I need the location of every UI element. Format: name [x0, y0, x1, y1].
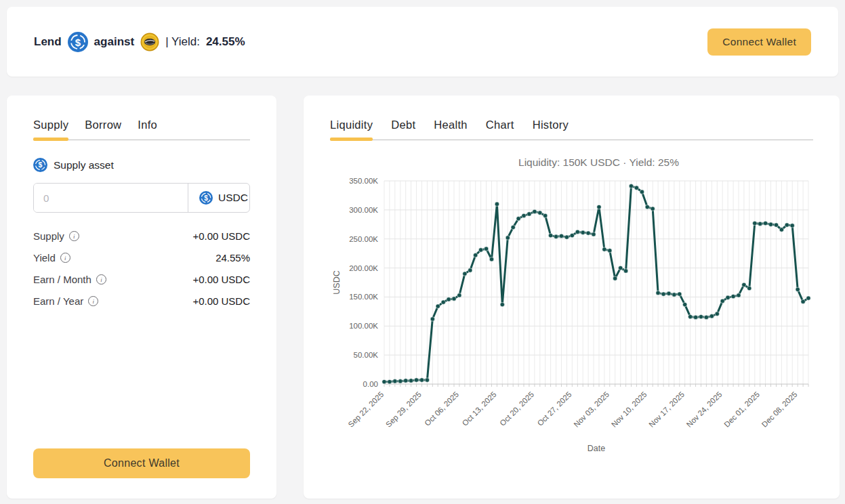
svg-text:Oct 27, 2025: Oct 27, 2025: [536, 390, 573, 427]
svg-text:Nov 17, 2025: Nov 17, 2025: [647, 390, 686, 429]
stat-value: 24.55%: [215, 252, 250, 264]
svg-text:Date: Date: [588, 444, 605, 453]
svg-text:Nov 10, 2025: Nov 10, 2025: [610, 390, 648, 429]
stat-value: +0.00 USDC: [192, 230, 250, 242]
svg-text:$: $: [204, 194, 208, 202]
header-bar: Lend $ against | Yield:: [7, 7, 838, 77]
tab-liquidity[interactable]: Liquidity: [330, 119, 373, 140]
tab-history[interactable]: History: [533, 119, 569, 140]
svg-text:$: $: [39, 161, 43, 169]
stat-label: Yield i: [33, 252, 70, 264]
svg-text:Sep 29, 2025: Sep 29, 2025: [384, 390, 423, 429]
tab-health[interactable]: Health: [434, 119, 468, 140]
stat-label: Earn / Month i: [33, 274, 106, 285]
info-icon[interactable]: i: [69, 231, 79, 241]
supply-asset-header: $ Supply asset: [33, 158, 250, 172]
supply-asset-label: Supply asset: [54, 159, 114, 171]
supply-panel: Supply Borrow Info $ Supply asset: [7, 96, 276, 499]
svg-text:Nov 24, 2025: Nov 24, 2025: [685, 390, 724, 429]
main-content: Supply Borrow Info $ Supply asset: [7, 96, 838, 499]
market-detail-panel: Liquidity Debt Health Chart History Liqu…: [304, 96, 840, 499]
svg-text:250.00K: 250.00K: [349, 235, 378, 243]
connect-wallet-button-panel[interactable]: Connect Wallet: [33, 448, 250, 478]
svg-text:$: $: [75, 36, 81, 47]
svg-text:Oct 13, 2025: Oct 13, 2025: [461, 390, 498, 427]
spacer: [33, 307, 250, 448]
token-selector: $ USDC: [188, 184, 250, 212]
liquidity-line-chart[interactable]: 0.0050.00K100.00K150.00K200.00K250.00K30…: [330, 174, 813, 457]
usdc-icon: $: [68, 32, 88, 52]
market-summary: Lend $ against | Yield:: [34, 32, 245, 52]
svg-text:50.00K: 50.00K: [354, 351, 379, 359]
svg-text:Oct 20, 2025: Oct 20, 2025: [498, 390, 535, 427]
collateral-coin-icon: [140, 33, 159, 51]
connect-wallet-button-header[interactable]: Connect Wallet: [707, 28, 811, 56]
tab-chart[interactable]: Chart: [486, 119, 514, 140]
stat-value: +0.00 USDC: [192, 295, 250, 307]
svg-text:200.00K: 200.00K: [349, 264, 378, 272]
stat-label-text: Yield: [33, 252, 56, 264]
svg-text:100.00K: 100.00K: [349, 322, 378, 330]
svg-text:USDC: USDC: [332, 270, 342, 294]
stat-label-text: Supply: [33, 230, 64, 242]
usdc-icon: $: [33, 158, 47, 172]
svg-text:300.00K: 300.00K: [349, 206, 378, 214]
supply-stats: Supply i +0.00 USDC Yield i 24.55% Earn …: [33, 230, 250, 307]
svg-text:Dec 08, 2025: Dec 08, 2025: [760, 390, 799, 429]
stat-row-supply: Supply i +0.00 USDC: [33, 230, 250, 242]
supply-amount-group: $ USDC: [33, 183, 250, 213]
info-icon[interactable]: i: [60, 253, 70, 263]
usdc-icon: $: [199, 191, 213, 205]
stat-value: +0.00 USDC: [192, 274, 250, 285]
yield-value: 24.55%: [206, 35, 245, 49]
tab-borrow[interactable]: Borrow: [85, 119, 121, 140]
page: Lend $ against | Yield:: [0, 0, 845, 504]
token-selector-label: USDC: [218, 192, 248, 204]
tab-supply[interactable]: Supply: [33, 119, 68, 140]
chart-title: Liquidity: 150K USDC · Yield: 25%: [330, 156, 813, 169]
svg-text:Dec 01, 2025: Dec 01, 2025: [722, 390, 761, 429]
lend-label: Lend: [34, 35, 62, 49]
stat-row-earn-year: Earn / Year i +0.00 USDC: [33, 295, 250, 307]
info-icon[interactable]: i: [88, 296, 98, 306]
tab-info[interactable]: Info: [138, 119, 157, 140]
svg-text:Nov 03, 2025: Nov 03, 2025: [572, 390, 611, 429]
stat-row-yield: Yield i 24.55%: [33, 252, 250, 264]
stat-label: Earn / Year i: [33, 295, 98, 307]
svg-text:0.00: 0.00: [363, 380, 378, 388]
stat-row-earn-month: Earn / Month i +0.00 USDC: [33, 274, 250, 285]
svg-text:150.00K: 150.00K: [349, 293, 378, 301]
supply-panel-tabs: Supply Borrow Info: [33, 119, 250, 140]
svg-text:Sep 22, 2025: Sep 22, 2025: [347, 390, 386, 429]
info-icon[interactable]: i: [96, 274, 106, 285]
stat-label: Supply i: [33, 230, 79, 242]
market-detail-tabs: Liquidity Debt Health Chart History: [330, 119, 813, 140]
tab-debt[interactable]: Debt: [391, 119, 415, 140]
svg-text:350.00K: 350.00K: [349, 177, 378, 185]
stat-label-text: Earn / Month: [33, 274, 91, 285]
stat-label-text: Earn / Year: [33, 295, 83, 307]
yield-label: | Yield:: [165, 35, 200, 49]
against-label: against: [94, 35, 135, 49]
svg-text:Oct 06, 2025: Oct 06, 2025: [423, 390, 460, 427]
liquidity-chart-container: Liquidity: 150K USDC · Yield: 25% 0.0050…: [330, 156, 813, 457]
supply-amount-input[interactable]: [34, 184, 188, 212]
